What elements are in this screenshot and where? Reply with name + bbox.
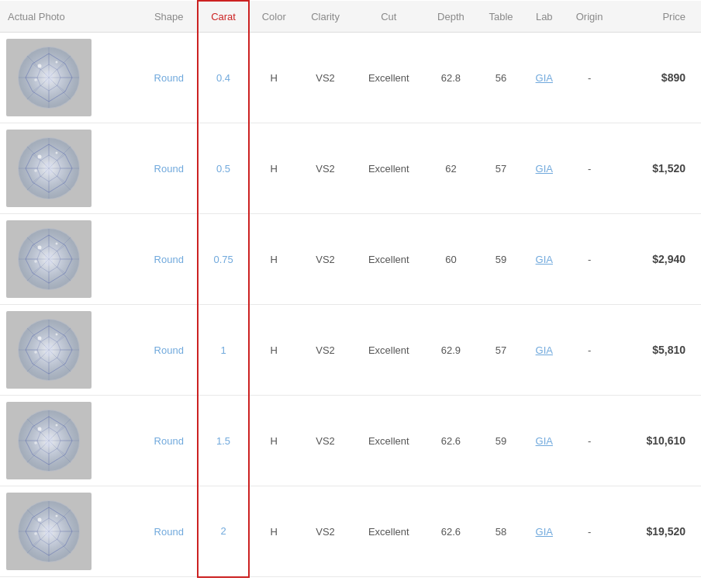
cell-depth-6: 62.6	[425, 486, 477, 577]
table-row: Round 1 H VS2 Excellent 62.9 57 GIA - $5…	[0, 305, 701, 396]
cell-table-2: 57	[477, 123, 525, 214]
diamond-image-5[interactable]	[6, 402, 92, 479]
cell-cut-2: Excellent	[353, 123, 425, 214]
cell-clarity-1: VS2	[298, 33, 352, 123]
cell-color-1: H	[249, 33, 298, 123]
cell-photo-5	[0, 396, 140, 486]
cell-table-6: 58	[477, 486, 525, 577]
cell-price-1: $890	[616, 33, 701, 123]
cell-cut-1: Excellent	[353, 33, 425, 123]
cell-color-2: H	[249, 123, 298, 214]
cell-cut-4: Excellent	[353, 305, 425, 396]
cell-shape-4: Round	[140, 305, 198, 396]
cell-color-3: H	[249, 214, 298, 305]
cell-table-4: 57	[477, 305, 525, 396]
cell-origin-5: -	[564, 396, 616, 486]
table-row: Round 0.75 H VS2 Excellent 60 59 GIA - $…	[0, 214, 701, 305]
cell-origin-2: -	[564, 123, 616, 214]
svg-point-57	[38, 246, 42, 250]
svg-point-39	[34, 169, 37, 172]
cell-clarity-3: VS2	[298, 214, 352, 305]
svg-point-19	[34, 78, 37, 81]
svg-point-119	[34, 532, 37, 535]
svg-point-118	[56, 515, 58, 517]
cell-depth-1: 62.8	[425, 33, 477, 123]
cell-lab-4[interactable]: GIA	[525, 305, 564, 396]
svg-point-99	[34, 441, 37, 444]
cell-photo-1	[0, 33, 140, 123]
cell-carat-6: 2	[198, 486, 249, 577]
col-header-table: Table	[477, 1, 525, 33]
cell-color-5: H	[249, 396, 298, 486]
cell-photo-3	[0, 214, 140, 305]
cell-shape-2: Round	[140, 123, 198, 214]
cell-clarity-6: VS2	[298, 486, 352, 577]
cell-lab-2[interactable]: GIA	[525, 123, 564, 214]
table-header-row: Actual Photo Shape Carat Color Clarity C…	[0, 1, 701, 33]
table-row: Round 0.4 H VS2 Excellent 62.8 56 GIA - …	[0, 33, 701, 123]
col-header-cut: Cut	[353, 1, 425, 33]
cell-depth-2: 62	[425, 123, 477, 214]
cell-lab-1[interactable]: GIA	[525, 33, 564, 123]
cell-origin-4: -	[564, 305, 616, 396]
cell-lab-5[interactable]: GIA	[525, 396, 564, 486]
cell-depth-3: 60	[425, 214, 477, 305]
cell-cut-3: Excellent	[353, 214, 425, 305]
cell-carat-5: 1.5	[198, 396, 249, 486]
col-header-price: Price	[616, 1, 701, 33]
cell-photo-2	[0, 123, 140, 214]
cell-origin-3: -	[564, 214, 616, 305]
cell-photo-6	[0, 486, 140, 577]
diamond-image-2[interactable]	[6, 130, 92, 207]
col-header-actual-photo: Actual Photo	[0, 1, 140, 33]
cell-price-5: $10,610	[616, 396, 701, 486]
cell-cut-5: Excellent	[353, 396, 425, 486]
cell-carat-4: 1	[198, 305, 249, 396]
col-header-shape: Shape	[140, 1, 198, 33]
cell-clarity-5: VS2	[298, 396, 352, 486]
cell-table-5: 59	[477, 396, 525, 486]
cell-table-1: 56	[477, 33, 525, 123]
col-header-carat: Carat	[198, 1, 249, 33]
cell-lab-3[interactable]: GIA	[525, 214, 564, 305]
cell-lab-6[interactable]: GIA	[525, 486, 564, 577]
col-header-depth: Depth	[425, 1, 477, 33]
diamond-image-4[interactable]	[6, 311, 92, 389]
cell-cut-6: Excellent	[353, 486, 425, 577]
svg-point-38	[56, 152, 58, 154]
cell-shape-3: Round	[140, 214, 198, 305]
svg-point-117	[38, 518, 42, 522]
cell-clarity-2: VS2	[298, 123, 352, 214]
col-header-lab: Lab	[525, 1, 564, 33]
svg-point-77	[38, 337, 42, 341]
svg-point-17	[38, 64, 42, 68]
cell-color-6: H	[249, 486, 298, 577]
diamond-image-1[interactable]	[6, 39, 92, 116]
cell-shape-5: Round	[140, 396, 198, 486]
cell-table-3: 59	[477, 214, 525, 305]
cell-price-2: $1,520	[616, 123, 701, 214]
cell-photo-4	[0, 305, 140, 396]
diamond-table-container: Actual Photo Shape Carat Color Clarity C…	[0, 0, 701, 578]
diamond-table: Actual Photo Shape Carat Color Clarity C…	[0, 0, 701, 578]
diamond-image-6[interactable]	[6, 493, 92, 570]
diamond-image-3[interactable]	[6, 220, 92, 298]
svg-point-78	[56, 334, 58, 336]
col-header-origin: Origin	[564, 1, 616, 33]
table-row: Round 2 H VS2 Excellent 62.6 58 GIA - $1…	[0, 486, 701, 577]
cell-carat-3: 0.75	[198, 214, 249, 305]
svg-point-59	[34, 260, 37, 263]
svg-point-37	[38, 155, 42, 159]
col-header-clarity: Clarity	[298, 1, 352, 33]
cell-shape-6: Round	[140, 486, 198, 577]
cell-price-3: $2,940	[616, 214, 701, 305]
cell-color-4: H	[249, 305, 298, 396]
cell-price-6: $19,520	[616, 486, 701, 577]
cell-depth-4: 62.9	[425, 305, 477, 396]
cell-clarity-4: VS2	[298, 305, 352, 396]
svg-point-18	[56, 61, 58, 64]
cell-origin-6: -	[564, 486, 616, 577]
col-header-color: Color	[249, 1, 298, 33]
svg-point-97	[38, 427, 42, 431]
cell-carat-2: 0.5	[198, 123, 249, 214]
